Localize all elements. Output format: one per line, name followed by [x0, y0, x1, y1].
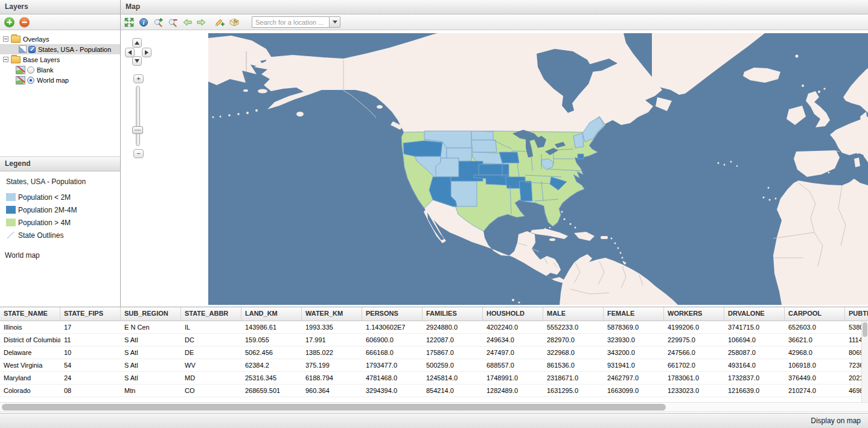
table-cell: 258087.0 [724, 347, 785, 359]
column-header[interactable]: FEMALE [604, 307, 664, 321]
table-row[interactable]: District of Columbia11S AtlDC159.05517.9… [0, 334, 868, 347]
zoom-slider-track[interactable] [136, 86, 140, 146]
table-row[interactable]: Maryland24S AtlMD25316.3456188.794478146… [0, 372, 868, 385]
column-header[interactable]: DRVALONE [724, 307, 785, 321]
table-cell: 249634.0 [483, 334, 543, 346]
search-dropdown-trigger[interactable] [329, 16, 340, 28]
column-header[interactable]: MALE [543, 307, 604, 321]
add-layer-button[interactable] [4, 17, 14, 27]
table-cell: 210274.0 [785, 385, 845, 397]
layer-visibility-checkbox[interactable] [28, 46, 36, 53]
table-row[interactable]: West Virginia54S AtlWV62384.2375.1991793… [0, 359, 868, 372]
remove-layer-button[interactable] [19, 17, 30, 27]
column-header[interactable]: WATER_KM [302, 307, 362, 321]
pan-down-button[interactable] [132, 56, 142, 66]
table-cell: 143986.61 [241, 321, 302, 333]
table-cell: Maryland [0, 372, 60, 384]
search-input[interactable] [252, 16, 329, 28]
table-row[interactable]: Delaware10S AtlDE5062.4561385.022666168.… [0, 347, 868, 359]
table-cell: 11 [60, 334, 121, 346]
table-cell: 106918.0 [785, 359, 845, 371]
column-header[interactable]: PERSONS [362, 307, 423, 321]
column-header[interactable]: HOUSHOLD [483, 307, 543, 321]
column-header[interactable]: STATE_FIPS [60, 307, 121, 321]
tree-node-label: World map [37, 77, 69, 84]
legend-label: Population < 2M [18, 193, 71, 202]
location-search [252, 16, 340, 28]
tree-node-base-layers[interactable]: Base Layers [0, 54, 120, 65]
zoom-out-button[interactable]: − [133, 149, 144, 158]
column-header[interactable]: CARPOOL [785, 307, 845, 321]
table-row[interactable]: Colorado08MtnCO268659.501960.3643294394.… [0, 385, 868, 397]
table-cell: E N Cen [121, 321, 181, 333]
column-header[interactable]: SUB_REGION [121, 307, 181, 321]
tree-node-blank-layer[interactable]: Blank [0, 65, 120, 75]
table-cell: S Atl [121, 334, 181, 346]
table-cell: 17 [60, 321, 121, 333]
measure-draw-icon[interactable] [214, 17, 225, 28]
table-cell: 54 [60, 359, 121, 371]
left-column: Layers Overlays States, USA - Population… [0, 0, 121, 307]
table-cell: 247497.0 [483, 347, 543, 359]
base-layer-radio-blank[interactable] [27, 66, 34, 74]
zoom-in-icon[interactable] [153, 17, 164, 28]
column-header[interactable]: FAMILIES [423, 307, 483, 321]
table-cell: Colorado [0, 385, 60, 397]
table-cell: WV [181, 359, 241, 371]
table-header-row: STATE_NAMESTATE_FIPSSUB_REGIONSTATE_ABBR… [0, 307, 868, 321]
vertical-scrollbar[interactable] [861, 321, 868, 402]
table-cell: 375.199 [302, 359, 362, 371]
table-cell: 861536.0 [543, 359, 604, 371]
pan-right-button[interactable] [142, 48, 152, 57]
zoom-in-button[interactable]: + [133, 74, 144, 83]
column-header[interactable]: WORKERS [664, 307, 724, 321]
table-cell: 2318671.0 [543, 372, 604, 384]
layers-tree: Overlays States, USA - Population Base L… [0, 30, 120, 157]
table-cell: 5878369.0 [604, 321, 664, 333]
tree-node-world-map-layer[interactable]: World map [0, 75, 120, 85]
zoom-max-extent-icon[interactable] [124, 17, 135, 28]
column-header[interactable]: PUBTRANS [845, 307, 868, 321]
horizontal-scrollbar-thumb[interactable] [2, 404, 666, 410]
table-cell: 688557.0 [483, 359, 543, 371]
column-header[interactable]: STATE_NAME [0, 307, 60, 321]
edit-styles-icon[interactable] [229, 17, 240, 28]
legend-label: Population > 4M [18, 219, 71, 227]
table-cell: 1245814.0 [423, 372, 483, 384]
horizontal-scrollbar[interactable] [0, 402, 868, 412]
legend-label: State Outlines [18, 231, 63, 240]
column-header[interactable]: STATE_ABBR [181, 307, 241, 321]
map-viewport[interactable]: + − [121, 31, 868, 307]
table-cell: S Atl [121, 347, 181, 359]
feature-info-icon[interactable]: i [138, 17, 149, 28]
zoom-out-icon[interactable] [167, 17, 178, 28]
table-row[interactable]: Illinois17E N CenIL143986.611993.3351.14… [0, 321, 868, 334]
table-cell: 4202240.0 [483, 321, 543, 333]
base-layer-radio-world-map[interactable] [27, 77, 34, 84]
table-cell: 661702.0 [664, 359, 724, 371]
collapse-icon[interactable] [3, 36, 8, 42]
column-header[interactable]: LAND_KM [241, 307, 302, 321]
table-cell: 247566.0 [664, 347, 724, 359]
left-arrow-icon [128, 50, 132, 55]
tree-node-overlays[interactable]: Overlays [0, 34, 120, 44]
next-extent-icon[interactable] [196, 17, 207, 28]
display-on-map-button[interactable]: Display on map [811, 417, 861, 425]
table-cell: 08 [60, 385, 121, 397]
table-cell: 3741715.0 [724, 321, 785, 333]
legend-layer-title: States, USA - Population [6, 177, 120, 186]
collapse-icon[interactable] [3, 57, 8, 62]
vertical-scrollbar-thumb[interactable] [863, 322, 867, 337]
state-outlines-line-icon [6, 231, 16, 239]
table-cell: CO [181, 385, 241, 397]
zoom-slider-thumb[interactable] [132, 126, 143, 134]
previous-extent-icon[interactable] [182, 17, 193, 28]
map-canvas[interactable] [208, 33, 868, 305]
pan-up-button[interactable] [132, 38, 142, 48]
tree-node-label: States, USA - Population [38, 46, 111, 53]
tree-node-states-layer[interactable]: States, USA - Population [0, 44, 120, 54]
tree-node-label: Base Layers [23, 56, 60, 63]
attribute-table: STATE_NAMESTATE_FIPSSUB_REGIONSTATE_ABBR… [0, 307, 868, 413]
table-cell: 106694.0 [724, 334, 785, 346]
table-cell: 159.055 [241, 334, 302, 346]
